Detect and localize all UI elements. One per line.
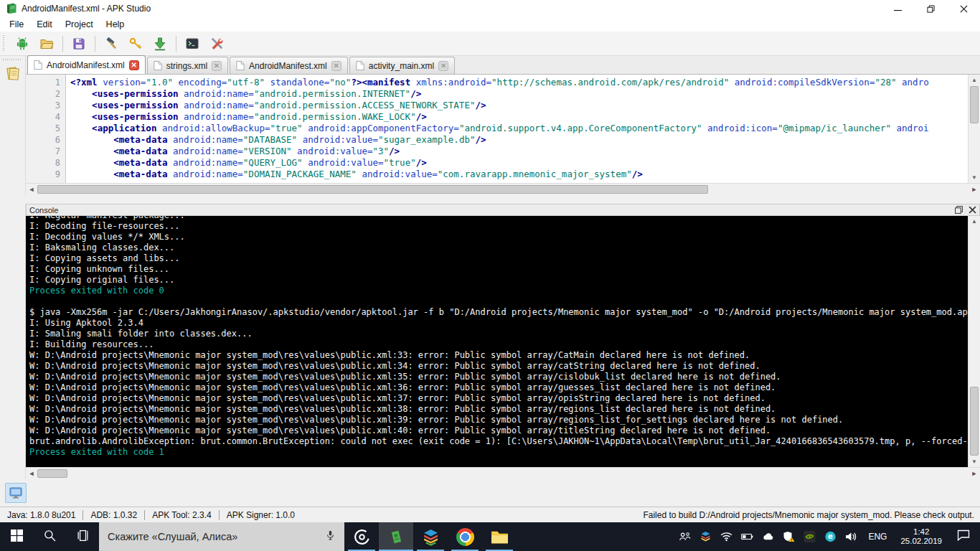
taskbar-search-icon [44,529,56,545]
taskbar-app-file-explorer[interactable] [482,522,517,551]
menu-help[interactable]: Help [100,18,131,31]
restore-icon[interactable] [914,0,947,17]
tray-bluestacks-tray-button[interactable] [697,527,713,546]
settings-tools-button[interactable] [204,34,229,54]
console-horizontal-scrollbar[interactable]: ◄ ► [26,467,980,479]
scroll-right-arrow-icon[interactable]: ► [969,470,980,477]
editor-hscroll-thumb[interactable] [37,185,708,194]
taskbar-search-button[interactable] [33,522,66,551]
project-files-icon[interactable] [4,65,22,82]
scroll-left-arrow-icon[interactable]: ◄ [26,186,37,193]
task-view-button[interactable] [66,522,99,551]
console-line: W: D:\Android projects\Mnemonic major sy… [29,415,968,425]
open-folder-button[interactable] [34,34,59,54]
line-number: 9 [26,169,60,180]
toolbar-drag-handle[interactable] [3,35,7,52]
line-number: 5 [26,123,60,134]
console-title: Console [29,206,58,215]
apk-studio-book-icon [6,3,17,14]
scroll-left-arrow-icon[interactable]: ◄ [26,470,37,477]
close-icon[interactable] [947,0,980,17]
tab-strings-xml[interactable]: strings.xml✕ [147,57,228,74]
dock-drag-handle[interactable] [3,57,22,62]
console-line: W: D:\Android projects\Mnemonic major sy… [29,404,968,415]
console-line: I: Decoding file-resources... [29,221,968,232]
console-line: I: Copying assets and libs... [29,253,968,264]
menu-edit[interactable]: Edit [30,18,59,31]
console-close-icon[interactable] [969,206,976,214]
microphone-icon[interactable] [325,529,336,544]
console-line: I: Copying unknown files... [29,264,968,275]
start-button[interactable] [0,522,33,551]
console-vertical-scrollbar[interactable]: ▲ ▼ [968,216,980,467]
people-icon [679,531,691,542]
scroll-up-arrow-icon[interactable]: ▲ [969,216,980,227]
console-hscroll-thumb[interactable] [37,469,67,478]
title-bar: AndroidManifest.xml - APK Studio [0,0,980,17]
tab-close-icon[interactable]: ✕ [212,61,222,71]
tray-people-button[interactable] [677,527,692,546]
console-output[interactable]: I: Regular manifest package...I: Decodin… [26,216,968,467]
console-line: Process exited with code 0 [29,286,968,296]
editor-tab-bar: AndroidManifest.xml✕strings.xml✕AndroidM… [26,56,980,75]
taskbar-clock[interactable]: 1:42 25.02.2019 [896,527,946,546]
tray-nvidia-button[interactable] [801,527,817,546]
taskbar-app-apk-studio[interactable] [379,522,413,551]
taskbar-app-yandex-music[interactable] [344,522,379,551]
tray-wifi-button[interactable] [718,527,734,546]
console-float-icon[interactable] [955,206,963,214]
left-dock-strip [0,56,26,479]
system-tray: e ENG 1:42 25.02.2019 [677,522,980,551]
document-icon [154,60,162,71]
scroll-down-arrow-icon[interactable]: ▼ [969,456,980,467]
editor-horizontal-scrollbar[interactable]: ◄ ► [26,183,980,195]
alice-search-box[interactable]: Скажите «Слушай, Алиса» [99,522,344,551]
tray-volume-button[interactable] [843,527,859,546]
menu-file[interactable]: File [3,18,30,31]
console-vscroll-thumb[interactable] [970,387,979,456]
tab-close-icon[interactable]: ✕ [129,60,139,70]
scroll-up-arrow-icon[interactable]: ▲ [969,75,980,85]
eset-icon: e [824,531,837,542]
sign-key-button[interactable] [123,34,148,54]
menu-project[interactable]: Project [59,18,100,31]
code-area[interactable]: <?xml version="1.0" encoding="utf-8" sta… [66,75,968,183]
scroll-down-arrow-icon[interactable]: ▼ [969,172,980,183]
start-icon [11,529,23,545]
tab-close-icon[interactable]: ✕ [438,61,448,71]
console-monitor-icon[interactable] [5,483,27,503]
editor-vscroll-thumb[interactable] [970,86,979,123]
install-button[interactable] [148,34,172,54]
panel-splitter[interactable] [0,195,980,204]
scroll-right-arrow-icon[interactable]: ► [969,186,980,193]
tab-close-icon[interactable]: ✕ [331,61,341,71]
tab-androidmanifest-xml[interactable]: AndroidManifest.xml✕ [27,55,146,74]
editor-vertical-scrollbar[interactable]: ▲ ▼ [968,75,980,183]
android-button[interactable] [10,34,34,54]
tray-battery-button[interactable] [739,527,755,546]
code-editor: 123456789 <?xml version="1.0" encoding="… [26,75,980,183]
build-hammer-button[interactable] [99,34,123,54]
minimize-icon[interactable] [881,0,914,17]
tray-defender-warning-button[interactable] [781,527,796,546]
apk-studio-icon [387,528,405,546]
tab-label: AndroidManifest.xml [47,60,125,70]
console-line [29,296,968,307]
language-indicator[interactable]: ENG [864,532,891,542]
settings-tools-icon [209,37,224,51]
windows-taskbar: Скажите «Слушай, Алиса» e ENG 1:42 25.02… [0,522,980,551]
terminal-button[interactable] [180,34,204,54]
code-line: <meta-data android:name="DOMAIN_PACKAGE_… [70,169,968,180]
tab-label: activity_main.xml [369,61,434,71]
save-button[interactable] [67,34,91,54]
status-bar: Java: 1.8.0 8u201ADB: 1.0.32APK Tool: 2.… [0,507,980,522]
line-number: 8 [26,157,60,169]
taskbar-app-bluestacks[interactable] [413,522,448,551]
tab-activity-main-xml[interactable]: activity_main.xml✕ [349,57,455,74]
bluestacks-tray-icon [699,531,712,542]
taskbar-app-chrome[interactable] [448,522,482,551]
tray-eset-button[interactable]: e [822,527,838,546]
action-center-button[interactable] [951,529,976,544]
tray-onedrive-button[interactable] [760,527,776,546]
tab-androidmanifest-xml[interactable]: AndroidManifest.xml✕ [230,57,348,74]
